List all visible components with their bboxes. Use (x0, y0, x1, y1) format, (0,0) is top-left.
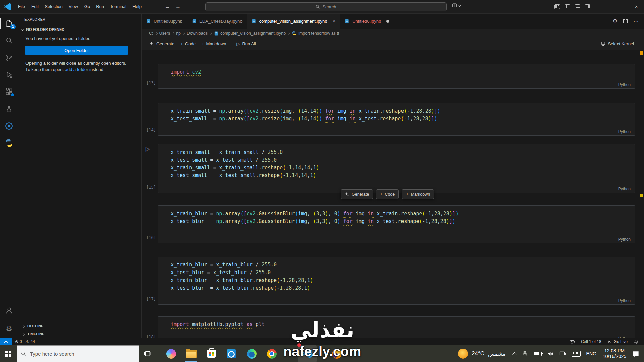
close-button[interactable]: × (629, 0, 644, 13)
volume-icon[interactable] (544, 350, 556, 357)
floating-generate-button[interactable]: Generate (341, 189, 373, 199)
system-tray: 24°C مشمس ENG 12:08 PM 10/16/2025 (453, 345, 644, 362)
copilot-status-icon[interactable] (569, 339, 575, 345)
task-view-button[interactable] (139, 345, 156, 362)
notebook-settings-gear-icon[interactable]: ⚙ (613, 18, 618, 24)
tab-untitled6[interactable]: Untitled6.ipynb (340, 13, 394, 29)
activity-run-debug-icon[interactable] (0, 66, 18, 83)
firefox-taskbar-icon[interactable] (327, 345, 347, 362)
cell-language-picker[interactable]: Python (618, 298, 631, 303)
no-folder-section-header[interactable]: NO FOLDER OPENED (18, 25, 141, 33)
activity-remote-circle-icon[interactable] (0, 117, 18, 134)
tab-computer-vision-assignment[interactable]: computer_vision_assignment.ipynb× (247, 13, 340, 29)
floating-add-code-button[interactable]: + Code (376, 189, 399, 199)
chrome-taskbar-icon[interactable] (262, 345, 282, 362)
breadcrumb-item[interactable]: hp (176, 31, 181, 36)
cell-language-picker[interactable]: Python (618, 187, 631, 191)
more-actions-icon[interactable]: ⋯ (633, 18, 639, 24)
add-folder-link[interactable]: add a folder (65, 67, 88, 72)
new-editor-icon (452, 3, 457, 8)
menu-item-view[interactable]: View (66, 0, 81, 13)
toggle-panel-icon[interactable] (575, 4, 580, 9)
touch-keyboard-icon[interactable] (569, 351, 583, 357)
toggle-secondary-sidebar-icon[interactable] (585, 4, 590, 9)
cell-editor[interactable]: import matplotlib.pyplot as pltPython (158, 316, 635, 338)
outline-label: OUTLINE (27, 324, 43, 328)
add-markdown-cell-button[interactable]: + Markdown (199, 39, 229, 48)
editor-layout-quickpick[interactable] (452, 3, 461, 8)
menu-item-run[interactable]: Run (93, 0, 107, 13)
breadcrumb-item[interactable]: computer_vision_assignment.ipynb (214, 31, 286, 36)
generate-button[interactable]: Generate (146, 39, 177, 48)
outline-section[interactable]: OUTLINE (18, 322, 141, 330)
breadcrumb-item[interactable]: import tensorflow as tf (292, 31, 339, 36)
go-live-button[interactable]: Go Live (607, 339, 628, 344)
breadcrumb-item[interactable]: C: (149, 31, 153, 36)
add-code-cell-button[interactable]: + Code (177, 39, 199, 48)
open-folder-button[interactable]: Open Folder (25, 46, 128, 55)
cell-editor[interactable]: x_train_small = np.array([cv2.resize(img… (158, 103, 635, 136)
breadcrumb-item[interactable]: Users (159, 31, 170, 36)
tab-untitled8[interactable]: Untitled8.ipynb (142, 13, 187, 29)
cell-language-picker[interactable]: Python (618, 82, 631, 87)
tray-expand-chevron-icon[interactable] (510, 351, 519, 356)
timeline-section[interactable]: TIMELINE (18, 330, 141, 338)
vscode-taskbar-icon[interactable] (298, 345, 317, 362)
microsoft-store-taskbar-icon[interactable] (201, 345, 221, 362)
action-center-icon[interactable] (630, 350, 644, 357)
taskbar-search-input[interactable]: Type here to search (17, 345, 139, 362)
cell-editor[interactable]: import cv2Python (158, 64, 635, 89)
clock[interactable]: 12:08 PM 10/16/2025 (599, 348, 630, 359)
activity-account-icon[interactable] (0, 302, 18, 319)
cell-editor[interactable]: x_train_small = x_train_small / 255.0x_t… (158, 144, 635, 193)
toggle-sidebar-icon[interactable] (565, 4, 570, 9)
notifications-bell-icon[interactable] (634, 339, 639, 344)
problems-indicator[interactable]: ⊗0 ⚠44 (15, 339, 35, 344)
activity-testing-icon[interactable] (0, 100, 18, 117)
activity-settings-icon[interactable]: ⚙ (0, 320, 18, 338)
menu-item-selection[interactable]: Selection (42, 0, 65, 13)
back-arrow-icon[interactable]: ← (165, 4, 170, 10)
activity-extensions-icon[interactable] (0, 83, 18, 100)
menu-item-go[interactable]: Go (81, 0, 93, 13)
run-cell-icon[interactable]: ▷ (146, 146, 150, 152)
battery-icon[interactable] (531, 352, 544, 356)
customize-layout-icon[interactable] (554, 4, 560, 9)
microphone-muted-icon[interactable] (519, 350, 531, 357)
menu-item-edit[interactable]: Edit (28, 0, 42, 13)
activity-explorer-icon[interactable]: 1 (0, 15, 18, 32)
cell-language-picker[interactable]: Python (618, 129, 631, 134)
menu-item-file[interactable]: File (15, 0, 28, 13)
cell-editor[interactable]: x_train_blur = x_train_blur / 255.0x_tes… (158, 257, 635, 305)
menu-item-help[interactable]: Help (129, 0, 145, 13)
input-language-indicator[interactable]: ENG (583, 351, 599, 356)
close-tab-icon[interactable]: × (332, 18, 335, 24)
file-explorer-taskbar-icon[interactable] (181, 345, 201, 362)
floating-add-markdown-button[interactable]: + Markdown (402, 189, 434, 199)
cell-language-picker[interactable]: Python (618, 237, 631, 242)
activity-python-icon[interactable] (0, 134, 18, 152)
search-input[interactable]: Search (205, 2, 447, 11)
split-editor-icon[interactable] (623, 19, 628, 24)
outlook-taskbar-icon[interactable] (221, 345, 241, 362)
forward-arrow-icon[interactable]: → (175, 4, 181, 10)
copilot-taskbar-icon[interactable] (161, 345, 181, 362)
activity-search-icon[interactable] (0, 32, 18, 49)
weather-widget[interactable]: 24°C مشمس (453, 349, 510, 359)
maximize-button[interactable] (613, 0, 629, 13)
cell-editor[interactable]: x_train_blur = np.array([cv2.GaussianBlu… (158, 205, 635, 243)
network-icon[interactable] (556, 350, 569, 357)
select-kernel-button[interactable]: Select Kernel (601, 41, 641, 46)
menu-item-terminal[interactable]: Terminal (107, 0, 129, 13)
toolbar-more-button[interactable]: ⋯ (259, 39, 269, 48)
remote-indicator[interactable]: >< (0, 338, 12, 345)
start-button[interactable] (0, 345, 17, 362)
tab-eda-chestxray[interactable]: EDA_ChestXray.ipynb (187, 13, 247, 29)
sidebar-more-actions-icon[interactable]: ··· (129, 17, 135, 22)
minimize-button[interactable]: ─ (598, 0, 613, 13)
run-all-button[interactable]: ▷ Run All (233, 39, 259, 48)
breadcrumb-item[interactable]: Downloads (187, 31, 208, 36)
edge-taskbar-icon[interactable] (241, 345, 262, 362)
activity-source-control-icon[interactable] (0, 49, 18, 66)
cell-indicator[interactable]: Cell 1 of 18 (581, 339, 601, 344)
